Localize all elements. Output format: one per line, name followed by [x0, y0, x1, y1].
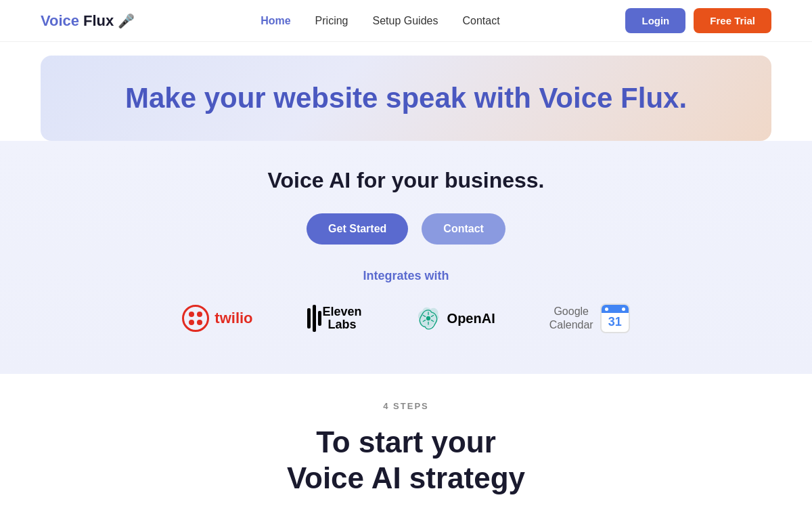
- bar-2: [313, 305, 316, 332]
- integrates-label: Integrates with: [41, 269, 771, 283]
- gcal-dot-right: [622, 308, 625, 311]
- elevenlabs-logo: Eleven Labs: [307, 305, 362, 332]
- twilio-label: twilio: [215, 310, 252, 327]
- openai-label: OpenAI: [447, 311, 495, 326]
- gcal-dot-left: [605, 308, 608, 311]
- integrations-row: twilio Eleven Labs: [41, 303, 771, 333]
- eleven-label: Eleven: [323, 305, 362, 319]
- svg-point-0: [426, 316, 430, 320]
- gcal-text: GoogleCalendar: [549, 305, 593, 333]
- steps-section: 4 STEPS To start your Voice AI strategy: [0, 374, 812, 508]
- gcal-icon: 31: [600, 303, 630, 333]
- hero-banner-title: Make your website speak with Voice Flux.: [68, 81, 744, 115]
- openai-logo: OpenAI: [416, 306, 495, 331]
- hero-section: Voice AI for your business. Get Started …: [0, 141, 812, 374]
- bar-1: [307, 308, 311, 329]
- contact-button[interactable]: Contact: [422, 213, 505, 245]
- free-trial-button[interactable]: Free Trial: [694, 8, 771, 33]
- openai-icon: [416, 306, 441, 331]
- nav-setup-guides[interactable]: Setup Guides: [373, 15, 438, 26]
- twilio-icon: [182, 305, 209, 332]
- labs-label: Labs: [323, 318, 362, 332]
- get-started-button[interactable]: Get Started: [307, 213, 408, 245]
- twilio-dot-2: [197, 312, 202, 317]
- login-button[interactable]: Login: [625, 8, 685, 33]
- logo-voice: Voice: [41, 12, 79, 30]
- twilio-dot-3: [189, 320, 194, 325]
- logo-link[interactable]: VoiceFlux 🎤: [41, 12, 135, 30]
- gcal-number: 31: [608, 315, 622, 329]
- navbar: VoiceFlux 🎤 Home Pricing Setup Guides Co…: [0, 0, 812, 42]
- twilio-dot-4: [197, 320, 202, 325]
- microphone-icon: 🎤: [118, 13, 135, 29]
- hero-buttons: Get Started Contact: [41, 213, 771, 245]
- logo-flux: Flux: [83, 12, 114, 30]
- twilio-dots: [185, 308, 206, 329]
- nav-links: Home Pricing Setup Guides Contact: [261, 15, 499, 27]
- gcal-top-bar: [602, 305, 629, 313]
- hero-subtitle: Voice AI for your business.: [41, 168, 771, 193]
- twilio-logo: twilio: [182, 305, 252, 332]
- bar-3: [318, 311, 321, 326]
- twilio-dot-1: [189, 312, 194, 317]
- nav-contact[interactable]: Contact: [462, 15, 499, 26]
- nav-home[interactable]: Home: [261, 15, 290, 26]
- elevenlabs-text: Eleven Labs: [323, 305, 362, 333]
- nav-buttons: Login Free Trial: [625, 8, 771, 33]
- steps-title-line2: Voice AI strategy: [41, 461, 771, 496]
- steps-label: 4 STEPS: [41, 401, 771, 411]
- hero-banner: Make your website speak with Voice Flux.: [41, 56, 771, 141]
- nav-pricing[interactable]: Pricing: [315, 15, 348, 26]
- steps-title-line1: To start your: [41, 425, 771, 461]
- google-calendar-logo: GoogleCalendar 31: [549, 303, 630, 333]
- elevenlabs-bars: [307, 305, 321, 332]
